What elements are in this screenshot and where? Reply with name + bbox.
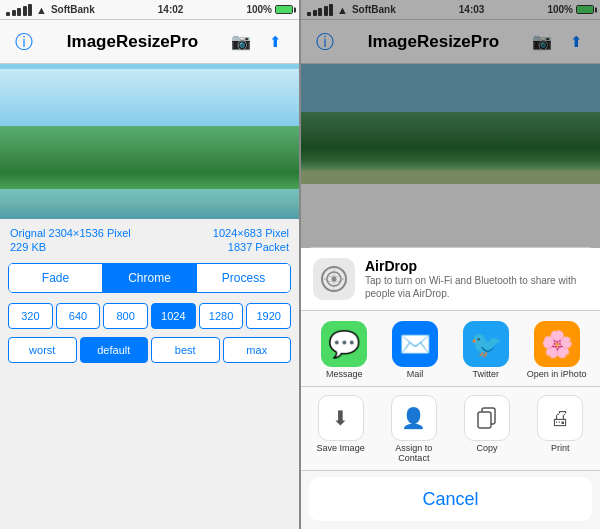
airdrop-title: AirDrop — [365, 258, 588, 274]
quality-best[interactable]: best — [151, 337, 220, 363]
mail-label: Mail — [407, 370, 424, 380]
twitter-icon: 🐦 — [463, 321, 509, 367]
app-iphoto[interactable]: 🌸 Open in iPhoto — [521, 321, 592, 380]
right-screen: ▲ SoftBank 14:03 100% ⓘ ImageResizePro 📷… — [301, 0, 600, 529]
message-icon: 💬 — [321, 321, 367, 367]
print-label: Print — [551, 444, 570, 454]
quality-worst[interactable]: worst — [8, 337, 77, 363]
app-twitter[interactable]: 🐦 Twitter — [451, 321, 522, 380]
twitter-label: Twitter — [473, 370, 500, 380]
app-message[interactable]: 💬 Message — [309, 321, 380, 380]
action-copy[interactable]: Copy — [454, 395, 521, 464]
original-size-label: Orignal 2304×1536 Pixel — [10, 227, 131, 239]
camera-icon-left[interactable]: 📷 — [227, 28, 255, 56]
quality-row: worst default best max — [8, 337, 291, 363]
action-row: ⬇ Save Image 👤 Assign to Contact Copy 🖨 … — [301, 387, 600, 471]
share-icon-left[interactable]: ⬆ — [261, 28, 289, 56]
size-800[interactable]: 800 — [103, 303, 148, 329]
assign-contact-label: Assign to Contact — [380, 444, 447, 464]
kb-label: 229 KB — [10, 241, 46, 253]
battery-pct-left: 100% — [246, 4, 272, 15]
size-1024[interactable]: 1024 — [151, 303, 196, 329]
quality-default[interactable]: default — [80, 337, 149, 363]
copy-icon — [464, 395, 510, 441]
size-640[interactable]: 640 — [56, 303, 101, 329]
left-info-section: Orignal 2304×1536 Pixel 1024×683 Pixel 2… — [0, 219, 299, 257]
left-nav-bar: ⓘ ImageResizePro 📷 ⬆ — [0, 20, 299, 64]
left-screen: ▲ SoftBank 14:02 100% ⓘ ImageResizePro 📷… — [0, 0, 299, 529]
left-status-bar: ▲ SoftBank 14:02 100% — [0, 0, 299, 20]
app-icons-row: 💬 Message ✉️ Mail 🐦 Twitter 🌸 Open in iP… — [301, 311, 600, 387]
iphoto-icon: 🌸 — [534, 321, 580, 367]
info-icon-left[interactable]: ⓘ — [10, 28, 38, 56]
filter-fade[interactable]: Fade — [9, 264, 103, 292]
assign-contact-icon: 👤 — [391, 395, 437, 441]
packet-label: 1837 Packet — [228, 241, 289, 253]
message-label: Message — [326, 370, 363, 380]
airdrop-row: AirDrop Tap to turn on Wi-Fi and Bluetoo… — [301, 248, 600, 311]
svg-rect-5 — [478, 412, 491, 428]
size-320[interactable]: 320 — [8, 303, 53, 329]
size-1920[interactable]: 1920 — [246, 303, 291, 329]
cancel-button[interactable]: Cancel — [309, 477, 592, 521]
left-nav-title: ImageResizePro — [67, 32, 198, 52]
airdrop-text: AirDrop Tap to turn on Wi-Fi and Bluetoo… — [365, 258, 588, 300]
save-image-icon: ⬇ — [318, 395, 364, 441]
airdrop-icon — [313, 258, 355, 300]
resize-label: 1024×683 Pixel — [213, 227, 289, 239]
wifi-icon: ▲ — [36, 4, 47, 16]
action-assign-contact[interactable]: 👤 Assign to Contact — [380, 395, 447, 464]
filter-chrome[interactable]: Chrome — [103, 264, 197, 292]
battery-icon-left — [275, 5, 293, 14]
filter-process[interactable]: Process — [197, 264, 290, 292]
time-left: 14:02 — [158, 4, 184, 15]
copy-label: Copy — [477, 444, 498, 454]
action-print[interactable]: 🖨 Print — [527, 395, 594, 464]
filter-row: Fade Chrome Process — [8, 263, 291, 293]
save-image-label: Save Image — [317, 444, 365, 454]
quality-max[interactable]: max — [223, 337, 292, 363]
size-row: 320 640 800 1024 1280 1920 — [8, 303, 291, 329]
carrier-left: SoftBank — [51, 4, 95, 15]
mail-icon: ✉️ — [392, 321, 438, 367]
iphoto-label: Open in iPhoto — [527, 370, 587, 380]
share-sheet: AirDrop Tap to turn on Wi-Fi and Bluetoo… — [301, 247, 600, 529]
print-icon: 🖨 — [537, 395, 583, 441]
size-1280[interactable]: 1280 — [199, 303, 244, 329]
app-mail[interactable]: ✉️ Mail — [380, 321, 451, 380]
airdrop-description: Tap to turn on Wi-Fi and Bluetooth to sh… — [365, 274, 588, 300]
signal-icon — [6, 4, 32, 16]
left-image — [0, 64, 299, 219]
action-save-image[interactable]: ⬇ Save Image — [307, 395, 374, 464]
